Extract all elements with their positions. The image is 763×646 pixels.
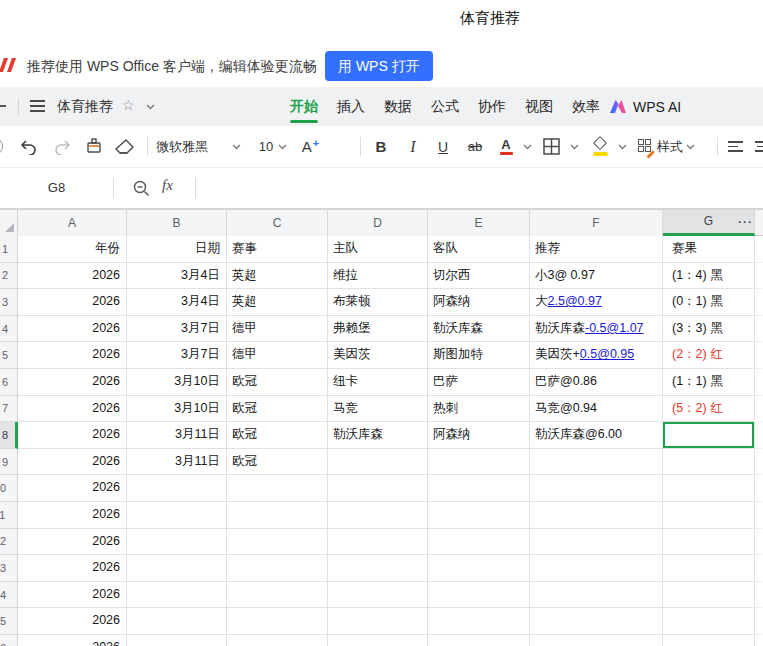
ribbon-tab[interactable]: 视图: [525, 87, 553, 126]
cell-A8[interactable]: 2026: [18, 422, 127, 449]
cell-G7[interactable]: (5：2) 红: [663, 396, 755, 423]
cell-G8-selected[interactable]: [663, 422, 755, 449]
cell-E3[interactable]: 阿森纳: [428, 289, 530, 316]
select-all-corner[interactable]: [0, 210, 18, 236]
fill-color-button[interactable]: [588, 126, 614, 167]
cell-G9[interactable]: [663, 449, 755, 476]
cell-G13[interactable]: [663, 555, 755, 582]
cell-D15[interactable]: [328, 608, 428, 635]
cell-E12[interactable]: [428, 529, 530, 556]
cell-C6[interactable]: 欧冠: [227, 369, 328, 396]
cell-E6[interactable]: 巴萨: [428, 369, 530, 396]
borders-chevron-icon[interactable]: [570, 144, 579, 150]
cell-F6[interactable]: 巴萨@0.86: [530, 369, 663, 396]
cell-F11[interactable]: [530, 502, 663, 529]
ribbon-tab[interactable]: 开始: [290, 87, 318, 126]
cell-F13[interactable]: [530, 555, 663, 582]
cell-C8[interactable]: 欧冠: [227, 422, 328, 449]
cell-B7[interactable]: 3月10日: [127, 396, 227, 423]
cell-C2[interactable]: 英超: [227, 263, 328, 290]
font-size-select[interactable]: 10: [254, 126, 278, 167]
cell-E10[interactable]: [428, 475, 530, 502]
row-header-14[interactable]: 14: [0, 582, 18, 609]
cell-E9[interactable]: [428, 449, 530, 476]
cell-E11[interactable]: [428, 502, 530, 529]
cell-C4[interactable]: 德甲: [227, 316, 328, 343]
cell-F12[interactable]: [530, 529, 663, 556]
cell-A2[interactable]: 2026: [18, 263, 127, 290]
cell-B8[interactable]: 3月11日: [127, 422, 227, 449]
font-color-button[interactable]: A: [493, 126, 519, 167]
cell-hyperlink[interactable]: 0.5@0.95: [580, 347, 634, 361]
cell-E13[interactable]: [428, 555, 530, 582]
cell-C14[interactable]: [227, 582, 328, 609]
cell-F15[interactable]: [530, 608, 663, 635]
cell-B1[interactable]: 日期: [127, 236, 227, 263]
cell-A15[interactable]: 2026: [18, 608, 127, 635]
cell-E15[interactable]: [428, 608, 530, 635]
cell-D10[interactable]: [328, 475, 428, 502]
row-header-8[interactable]: 8: [0, 422, 18, 449]
cell-C1[interactable]: 赛事: [227, 236, 328, 263]
row-header-7[interactable]: 7: [0, 396, 18, 423]
row-header-2[interactable]: 2: [0, 263, 18, 290]
cell-hyperlink[interactable]: 2.5@0.97: [548, 294, 602, 308]
cell-hyperlink[interactable]: -0.5@1.07: [585, 321, 644, 335]
row-header-16[interactable]: 16: [0, 635, 18, 646]
row-header-5[interactable]: 5: [0, 342, 18, 369]
cell-A9[interactable]: 2026: [18, 449, 127, 476]
font-size-chevron-icon[interactable]: [278, 144, 287, 150]
cell-A4[interactable]: 2026: [18, 316, 127, 343]
cell-A5[interactable]: 2026: [18, 342, 127, 369]
cell-G16[interactable]: [663, 635, 755, 646]
cell-B5[interactable]: 3月7日: [127, 342, 227, 369]
redo-button[interactable]: [49, 126, 75, 167]
cell-C12[interactable]: [227, 529, 328, 556]
cell-D5[interactable]: 美因茨: [328, 342, 428, 369]
cell-B15[interactable]: [127, 608, 227, 635]
cell-B6[interactable]: 3月10日: [127, 369, 227, 396]
cell-G14[interactable]: [663, 582, 755, 609]
cell-A13[interactable]: 2026: [18, 555, 127, 582]
row-header-15[interactable]: 15: [0, 608, 18, 635]
row-header-12[interactable]: 12: [0, 529, 18, 556]
cell-G12[interactable]: [663, 529, 755, 556]
cell-A7[interactable]: 2026: [18, 396, 127, 423]
cell-D14[interactable]: [328, 582, 428, 609]
italic-button[interactable]: I: [400, 126, 426, 167]
row-header-4[interactable]: 4: [0, 316, 18, 343]
cell-E4[interactable]: 勒沃库森: [428, 316, 530, 343]
cell-A12[interactable]: 2026: [18, 529, 127, 556]
cell-F1[interactable]: 推荐: [530, 236, 663, 263]
cell-E7[interactable]: 热刺: [428, 396, 530, 423]
column-header-B[interactable]: B: [127, 210, 227, 236]
cell-C9[interactable]: 欧冠: [227, 449, 328, 476]
tab-wps-ai[interactable]: WPS AI: [610, 87, 681, 126]
font-name-chevron-icon[interactable]: [232, 144, 241, 150]
cell-A11[interactable]: 2026: [18, 502, 127, 529]
cell-E16[interactable]: [428, 635, 530, 646]
cell-B12[interactable]: [127, 529, 227, 556]
menu-hamburger-icon[interactable]: [30, 100, 45, 112]
format-painter-icon[interactable]: [81, 126, 107, 167]
increase-font-button[interactable]: A+: [296, 126, 324, 167]
cell-G1[interactable]: 赛果: [663, 236, 755, 263]
cell-G11[interactable]: [663, 502, 755, 529]
cell-G10[interactable]: [663, 475, 755, 502]
row-header-13[interactable]: 13: [0, 555, 18, 582]
cell-G5[interactable]: (2：2) 红: [663, 342, 755, 369]
cell-G4[interactable]: (3：3) 黑: [663, 316, 755, 343]
strikethrough-button[interactable]: ab: [461, 126, 489, 167]
ribbon-tab[interactable]: 数据: [384, 87, 412, 126]
eraser-icon[interactable]: [111, 126, 137, 167]
ribbon-tab[interactable]: 插入: [337, 87, 365, 126]
cell-B11[interactable]: [127, 502, 227, 529]
cell-A6[interactable]: 2026: [18, 369, 127, 396]
cell-D3[interactable]: 布莱顿: [328, 289, 428, 316]
cell-B3[interactable]: 3月4日: [127, 289, 227, 316]
cell-C7[interactable]: 欧冠: [227, 396, 328, 423]
more-columns-indicator[interactable]: ⋯: [737, 210, 753, 236]
row-header-3[interactable]: 3: [0, 289, 18, 316]
name-box[interactable]: G8: [0, 168, 113, 208]
cell-C10[interactable]: [227, 475, 328, 502]
